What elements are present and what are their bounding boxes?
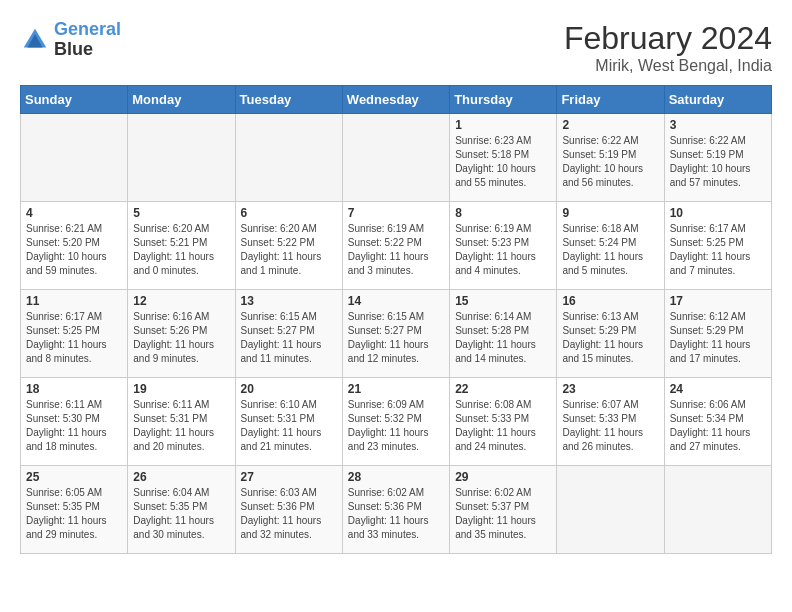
day-number: 29 [455,470,551,484]
day-info: Sunrise: 6:17 AMSunset: 5:25 PMDaylight:… [670,222,766,278]
day-number: 25 [26,470,122,484]
calendar-cell: 26Sunrise: 6:04 AMSunset: 5:35 PMDayligh… [128,466,235,554]
logo-text: General Blue [54,20,121,60]
weekday-header: Sunday [21,86,128,114]
day-info: Sunrise: 6:19 AMSunset: 5:23 PMDaylight:… [455,222,551,278]
day-info: Sunrise: 6:11 AMSunset: 5:30 PMDaylight:… [26,398,122,454]
subtitle: Mirik, West Bengal, India [564,57,772,75]
day-number: 3 [670,118,766,132]
day-number: 24 [670,382,766,396]
calendar-cell: 25Sunrise: 6:05 AMSunset: 5:35 PMDayligh… [21,466,128,554]
calendar-cell: 10Sunrise: 6:17 AMSunset: 5:25 PMDayligh… [664,202,771,290]
day-number: 2 [562,118,658,132]
calendar-cell: 19Sunrise: 6:11 AMSunset: 5:31 PMDayligh… [128,378,235,466]
day-number: 19 [133,382,229,396]
day-number: 14 [348,294,444,308]
day-number: 27 [241,470,337,484]
day-number: 11 [26,294,122,308]
calendar-cell: 29Sunrise: 6:02 AMSunset: 5:37 PMDayligh… [450,466,557,554]
calendar-cell: 9Sunrise: 6:18 AMSunset: 5:24 PMDaylight… [557,202,664,290]
day-info: Sunrise: 6:14 AMSunset: 5:28 PMDaylight:… [455,310,551,366]
day-number: 4 [26,206,122,220]
day-info: Sunrise: 6:22 AMSunset: 5:19 PMDaylight:… [562,134,658,190]
calendar-cell: 3Sunrise: 6:22 AMSunset: 5:19 PMDaylight… [664,114,771,202]
weekday-header: Thursday [450,86,557,114]
calendar-cell: 23Sunrise: 6:07 AMSunset: 5:33 PMDayligh… [557,378,664,466]
day-info: Sunrise: 6:12 AMSunset: 5:29 PMDaylight:… [670,310,766,366]
calendar-cell: 18Sunrise: 6:11 AMSunset: 5:30 PMDayligh… [21,378,128,466]
day-info: Sunrise: 6:10 AMSunset: 5:31 PMDaylight:… [241,398,337,454]
day-info: Sunrise: 6:15 AMSunset: 5:27 PMDaylight:… [348,310,444,366]
weekday-header: Tuesday [235,86,342,114]
day-info: Sunrise: 6:18 AMSunset: 5:24 PMDaylight:… [562,222,658,278]
day-info: Sunrise: 6:04 AMSunset: 5:35 PMDaylight:… [133,486,229,542]
day-info: Sunrise: 6:02 AMSunset: 5:37 PMDaylight:… [455,486,551,542]
calendar-cell [128,114,235,202]
calendar-cell: 5Sunrise: 6:20 AMSunset: 5:21 PMDaylight… [128,202,235,290]
day-number: 23 [562,382,658,396]
day-info: Sunrise: 6:21 AMSunset: 5:20 PMDaylight:… [26,222,122,278]
calendar-week-row: 11Sunrise: 6:17 AMSunset: 5:25 PMDayligh… [21,290,772,378]
calendar-cell: 24Sunrise: 6:06 AMSunset: 5:34 PMDayligh… [664,378,771,466]
weekday-header-row: SundayMondayTuesdayWednesdayThursdayFrid… [21,86,772,114]
day-info: Sunrise: 6:20 AMSunset: 5:22 PMDaylight:… [241,222,337,278]
calendar-cell: 14Sunrise: 6:15 AMSunset: 5:27 PMDayligh… [342,290,449,378]
day-number: 13 [241,294,337,308]
calendar-cell: 17Sunrise: 6:12 AMSunset: 5:29 PMDayligh… [664,290,771,378]
calendar-cell [21,114,128,202]
day-info: Sunrise: 6:16 AMSunset: 5:26 PMDaylight:… [133,310,229,366]
day-info: Sunrise: 6:15 AMSunset: 5:27 PMDaylight:… [241,310,337,366]
day-info: Sunrise: 6:13 AMSunset: 5:29 PMDaylight:… [562,310,658,366]
calendar-cell: 28Sunrise: 6:02 AMSunset: 5:36 PMDayligh… [342,466,449,554]
title-area: February 2024 Mirik, West Bengal, India [564,20,772,75]
weekday-header: Saturday [664,86,771,114]
calendar-cell: 16Sunrise: 6:13 AMSunset: 5:29 PMDayligh… [557,290,664,378]
calendar-cell [557,466,664,554]
day-number: 21 [348,382,444,396]
day-info: Sunrise: 6:11 AMSunset: 5:31 PMDaylight:… [133,398,229,454]
day-info: Sunrise: 6:05 AMSunset: 5:35 PMDaylight:… [26,486,122,542]
day-number: 6 [241,206,337,220]
calendar-cell: 13Sunrise: 6:15 AMSunset: 5:27 PMDayligh… [235,290,342,378]
day-number: 22 [455,382,551,396]
day-number: 7 [348,206,444,220]
day-info: Sunrise: 6:03 AMSunset: 5:36 PMDaylight:… [241,486,337,542]
day-number: 1 [455,118,551,132]
calendar-week-row: 18Sunrise: 6:11 AMSunset: 5:30 PMDayligh… [21,378,772,466]
calendar-table: SundayMondayTuesdayWednesdayThursdayFrid… [20,85,772,554]
calendar-cell: 20Sunrise: 6:10 AMSunset: 5:31 PMDayligh… [235,378,342,466]
page-header: General Blue February 2024 Mirik, West B… [20,20,772,75]
calendar-cell: 21Sunrise: 6:09 AMSunset: 5:32 PMDayligh… [342,378,449,466]
main-title: February 2024 [564,20,772,57]
calendar-cell: 12Sunrise: 6:16 AMSunset: 5:26 PMDayligh… [128,290,235,378]
calendar-week-row: 25Sunrise: 6:05 AMSunset: 5:35 PMDayligh… [21,466,772,554]
calendar-cell: 7Sunrise: 6:19 AMSunset: 5:22 PMDaylight… [342,202,449,290]
day-number: 10 [670,206,766,220]
weekday-header: Friday [557,86,664,114]
day-info: Sunrise: 6:22 AMSunset: 5:19 PMDaylight:… [670,134,766,190]
calendar-cell: 6Sunrise: 6:20 AMSunset: 5:22 PMDaylight… [235,202,342,290]
day-number: 26 [133,470,229,484]
day-info: Sunrise: 6:19 AMSunset: 5:22 PMDaylight:… [348,222,444,278]
calendar-week-row: 4Sunrise: 6:21 AMSunset: 5:20 PMDaylight… [21,202,772,290]
day-info: Sunrise: 6:08 AMSunset: 5:33 PMDaylight:… [455,398,551,454]
logo: General Blue [20,20,121,60]
calendar-cell [342,114,449,202]
calendar-cell [235,114,342,202]
day-number: 28 [348,470,444,484]
calendar-cell: 11Sunrise: 6:17 AMSunset: 5:25 PMDayligh… [21,290,128,378]
day-number: 15 [455,294,551,308]
day-number: 16 [562,294,658,308]
calendar-cell: 2Sunrise: 6:22 AMSunset: 5:19 PMDaylight… [557,114,664,202]
calendar-cell: 8Sunrise: 6:19 AMSunset: 5:23 PMDaylight… [450,202,557,290]
weekday-header: Monday [128,86,235,114]
day-info: Sunrise: 6:07 AMSunset: 5:33 PMDaylight:… [562,398,658,454]
day-number: 20 [241,382,337,396]
day-number: 9 [562,206,658,220]
day-info: Sunrise: 6:06 AMSunset: 5:34 PMDaylight:… [670,398,766,454]
calendar-cell: 15Sunrise: 6:14 AMSunset: 5:28 PMDayligh… [450,290,557,378]
day-number: 8 [455,206,551,220]
calendar-cell [664,466,771,554]
day-number: 17 [670,294,766,308]
calendar-cell: 1Sunrise: 6:23 AMSunset: 5:18 PMDaylight… [450,114,557,202]
